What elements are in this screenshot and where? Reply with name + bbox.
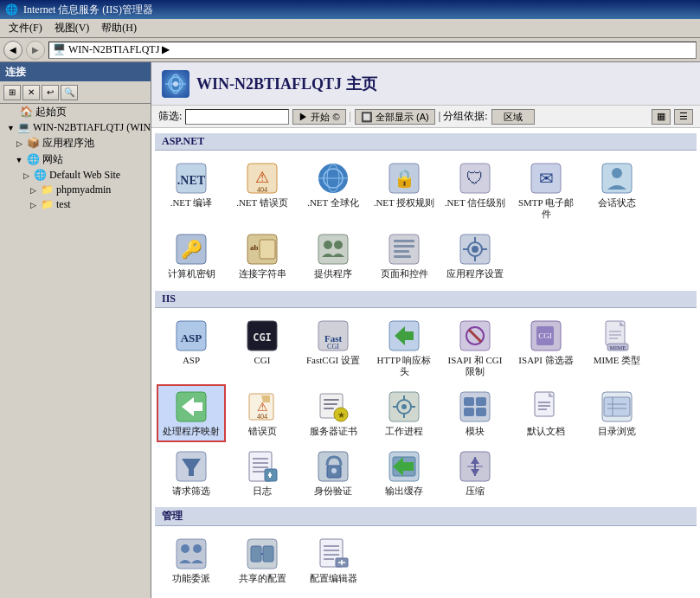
view-grid-btn[interactable]: ▦ — [652, 109, 671, 125]
menu-help[interactable]: 帮助(H) — [96, 19, 142, 37]
forward-button[interactable]: ▶ — [26, 41, 45, 60]
back-button[interactable]: ◀ — [3, 41, 22, 60]
icon-label-http-resp: HTTP 响应标头 — [373, 355, 435, 377]
toolbar-btn-2[interactable]: ✕ — [22, 85, 40, 100]
icon-item-workerproc[interactable]: 工作进程 — [369, 384, 439, 442]
toolbar-btn-1[interactable]: ⊞ — [3, 85, 21, 100]
section-label-manage: 管理 — [155, 507, 697, 526]
icon-label-pagecomp: 页面和控件 — [381, 268, 428, 280]
icon-item-appsettings[interactable]: 应用程序设置 — [440, 227, 510, 285]
icon-img-net-trust: 🛡 — [458, 161, 492, 196]
toolbar-btn-3[interactable]: ↩ — [42, 85, 59, 100]
icon-item-errorpage[interactable]: ⚠ 404 错误页 — [228, 384, 297, 442]
view-list-btn[interactable]: ☰ — [674, 109, 693, 125]
svg-rect-72 — [324, 403, 337, 405]
icon-item-dirbrowse[interactable]: 目录浏览 — [582, 384, 652, 442]
icon-img-isapi-cgi — [458, 318, 492, 353]
icon-img-logging — [245, 449, 279, 484]
tree-expand-test: ▷ — [28, 201, 38, 209]
svg-rect-30 — [389, 235, 419, 264]
icon-item-auth[interactable]: 身份验证 — [299, 444, 368, 502]
svg-point-37 — [472, 246, 478, 253]
icon-img-errorpage: ⚠ 404 — [245, 389, 279, 424]
toolbar-btn-search[interactable]: 🔍 — [61, 85, 78, 100]
icon-label-smtp-email: SMTP 电子邮件 — [515, 197, 577, 220]
tree-item-home[interactable]: 🏠 起始页 — [0, 104, 151, 120]
menu-bar: 文件(F) 视图(V) 帮助(H) — [0, 19, 700, 38]
icon-item-sharedconfig[interactable]: 共享的配置 — [228, 531, 297, 589]
icon-img-session — [600, 161, 634, 196]
filter-start-btn[interactable]: ▶ 开始 © — [292, 109, 345, 125]
icon-item-net-authz[interactable]: 🔒 .NET 授权规则 — [369, 156, 439, 225]
icon-item-machinekey[interactable]: 🔑 计算机密钥 — [157, 227, 226, 285]
main-layout: 连接 ⊞ ✕ ↩ 🔍 🏠 起始页 ▼ 💻 WIN-N2BTIAFLQTJ (WI… — [0, 62, 700, 598]
svg-text:✉: ✉ — [539, 169, 554, 188]
icon-label-cfgeditor: 配置编辑器 — [310, 573, 357, 584]
tree-container: 🏠 起始页 ▼ 💻 WIN-N2BTIAFLQTJ (WIN-N2BTI ▷ 📦… — [0, 104, 151, 598]
icon-item-isapi-filter[interactable]: CGI ISAPI 筛选器 — [511, 313, 581, 383]
icon-item-compress[interactable]: 压缩 — [440, 444, 510, 502]
icon-label-outcache: 输出缓存 — [385, 485, 423, 497]
icon-item-asp[interactable]: ASP ASP — [157, 313, 226, 383]
tree-item-server[interactable]: ▼ 💻 WIN-N2BTIAFLQTJ (WIN-N2BTI — [0, 120, 151, 135]
title-bar: 🌐 Internet 信息服务 (IIS)管理器 — [0, 0, 700, 19]
filter-input[interactable] — [185, 109, 289, 125]
icon-img-isapi-filter: CGI — [529, 318, 563, 353]
tree-item-apppool[interactable]: ▷ 📦 应用程序池 — [0, 135, 151, 151]
icon-item-handler[interactable]: 处理程序映射 — [157, 384, 226, 442]
icon-item-net-global[interactable]: .NET 全球化 — [299, 156, 368, 225]
tree-item-defaultsite[interactable]: ▷ 🌐 Default Web Site — [0, 168, 151, 183]
filter-showall-btn[interactable]: 🔲 全部显示 (A) — [355, 109, 435, 125]
tree-expand-sites: ▼ — [14, 156, 24, 164]
tree-item-phpmyadmin[interactable]: ▷ 📁 phpmyadmin — [0, 183, 151, 197]
icon-item-connstr[interactable]: ab 连接字符串 — [228, 227, 297, 285]
address-field[interactable]: 🖥️ WIN-N2BTIAFLQTJ ▶ — [48, 42, 697, 59]
icon-item-delegate[interactable]: 功能委派 — [157, 531, 226, 589]
icon-label-compress: 压缩 — [466, 485, 485, 497]
tree-item-test[interactable]: ▷ 📁 test — [0, 197, 151, 212]
svg-point-4 — [173, 81, 178, 87]
icon-item-cgi[interactable]: CGI CGI — [228, 313, 297, 383]
icon-item-modules[interactable]: 模块 — [440, 384, 510, 442]
icon-item-net-trust[interactable]: 🛡 .NET 信任级别 — [440, 156, 510, 225]
icon-label-dirbrowse: 目录浏览 — [598, 426, 636, 437]
icon-img-http-resp — [387, 318, 421, 353]
filter-sep1: | — [350, 110, 351, 123]
icon-item-http-resp[interactable]: HTTP 响应标头 — [369, 313, 439, 383]
svg-point-29 — [334, 241, 343, 249]
icon-item-net-compile[interactable]: .NET .NET 编译 — [157, 156, 226, 225]
icon-item-cfgeditor[interactable]: 配置编辑器 — [299, 531, 368, 589]
tree-item-sites[interactable]: ▼ 🌐 网站 — [0, 151, 151, 168]
icon-item-defaultdoc[interactable]: 默认文档 — [511, 384, 581, 442]
svg-text:404: 404 — [257, 186, 267, 194]
groupby-dropdown[interactable]: 区域 — [491, 109, 535, 125]
icon-item-net-errorpage[interactable]: ⚠ 404 .NET 错误页 — [228, 156, 297, 225]
menu-file[interactable]: 文件(F) — [3, 19, 48, 37]
svg-rect-71 — [324, 399, 339, 401]
icon-label-logging: 日志 — [253, 485, 272, 497]
icon-img-net-compile: .NET — [174, 161, 209, 196]
icon-label-delegate: 功能委派 — [172, 573, 210, 584]
sidebar-header: 连接 — [0, 62, 151, 81]
icon-img-cgi: CGI — [245, 318, 279, 353]
tree-label-test: test — [56, 198, 71, 211]
icon-item-session[interactable]: 会话状态 — [582, 156, 652, 225]
filter-label: 筛选: — [158, 109, 182, 124]
icon-item-provider[interactable]: 提供程序 — [299, 227, 368, 285]
icon-item-mime[interactable]: MIME MIME 类型 — [582, 313, 652, 383]
icon-item-reqfilter[interactable]: 请求筛选 — [157, 444, 226, 502]
icon-item-logging[interactable]: 日志 — [228, 444, 297, 502]
icon-item-fastcgi[interactable]: Fast CGI FastCGI 设置 — [299, 313, 368, 383]
icon-img-fastcgi: Fast CGI — [316, 318, 350, 353]
icon-item-pagecomp[interactable]: 页面和控件 — [369, 227, 439, 285]
icon-item-isapi-cgi[interactable]: ISAPI 和 CGI 限制 — [440, 313, 510, 383]
icon-item-smtp-email[interactable]: ✉ SMTP 电子邮件 — [511, 156, 581, 225]
menu-view[interactable]: 视图(V) — [49, 19, 95, 37]
icon-item-outcache[interactable]: 输出缓存 — [369, 444, 439, 502]
icon-img-outcache — [387, 449, 421, 484]
svg-text:.NET: .NET — [177, 174, 206, 187]
icon-label-isapi-filter: ISAPI 筛选器 — [518, 355, 573, 366]
icons-grid-iis: ASP ASP CGI CGI Fast CGI FastCGI 设置 HTTP… — [155, 310, 697, 506]
address-path: WIN-N2BTIAFLQTJ ▶ — [68, 43, 170, 56]
icon-item-sslcert[interactable]: ★ 服务器证书 — [299, 384, 368, 442]
